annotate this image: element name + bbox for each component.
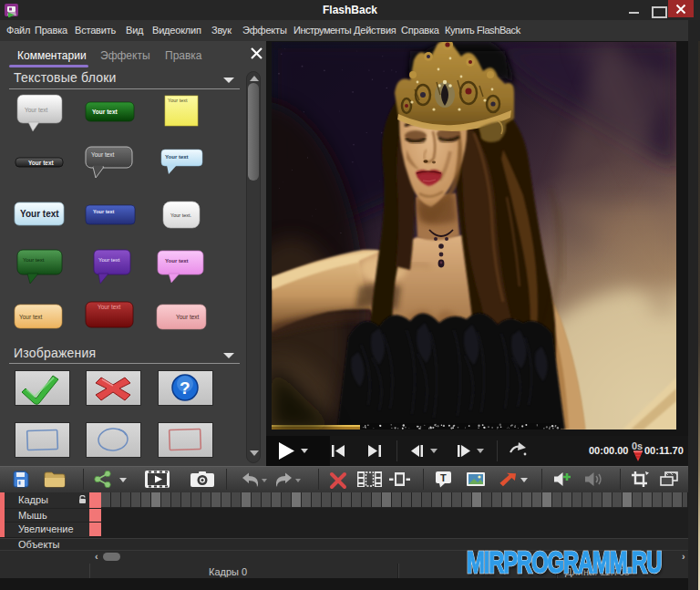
svg-text:0s: 0s	[632, 440, 643, 451]
svg-text:Your text.: Your text.	[170, 212, 192, 218]
svg-text:Your text: Your text	[98, 257, 120, 263]
svg-text:Your text: Your text	[19, 314, 43, 320]
svg-text:T: T	[440, 472, 447, 483]
svg-text:Your text: Your text	[168, 98, 188, 103]
svg-text:Your text: Your text	[23, 257, 45, 263]
svg-text:Your text: Your text	[25, 107, 48, 113]
svg-text:Your text: Your text	[92, 109, 118, 115]
svg-text:Your text: Your text	[176, 314, 200, 320]
svg-text:Your text: Your text	[20, 209, 59, 219]
svg-text:Your text: Your text	[165, 154, 189, 160]
svg-text:Your text: Your text	[91, 151, 115, 158]
svg-text:Your text: Your text	[165, 258, 189, 264]
svg-text:Your text: Your text	[93, 209, 115, 214]
svg-text:Your text: Your text	[98, 304, 121, 310]
svg-text:?: ?	[180, 378, 190, 398]
svg-text:Your text: Your text	[28, 160, 55, 166]
